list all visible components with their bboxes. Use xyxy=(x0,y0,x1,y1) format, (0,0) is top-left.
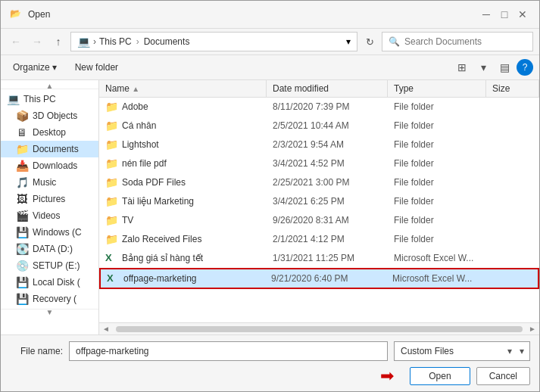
open-button[interactable]: Open xyxy=(410,367,470,385)
file-row[interactable]: 📁 Lightshot 2/3/2021 9:54 AM File folder xyxy=(99,135,539,154)
close-button[interactable]: ✕ xyxy=(515,7,530,22)
col-type-header[interactable]: Type xyxy=(388,80,486,97)
search-input[interactable] xyxy=(404,36,526,47)
sidebar-label-windows: Windows (C xyxy=(33,227,82,238)
setup-e-icon: 💿 xyxy=(16,260,28,272)
windows-drive-icon: 💾 xyxy=(16,226,28,238)
file-name: Tài liệu Marketing xyxy=(122,196,194,207)
sidebar-item-data-d[interactable]: 💽 DATA (D:) xyxy=(1,241,98,257)
maximize-button[interactable]: □ xyxy=(497,7,512,22)
filename-row: File name: Custom FilesAll FilesExcel Fi… xyxy=(10,341,530,361)
col-date-header[interactable]: Date modified xyxy=(267,80,388,97)
sidebar-item-downloads[interactable]: 📥 Downloads xyxy=(1,157,98,174)
filename-input[interactable] xyxy=(69,341,388,361)
file-cell-name: 📁 Tài liệu Marketing xyxy=(99,194,267,209)
file-cell-date: 9/26/2020 8:31 AM xyxy=(267,213,388,227)
back-button[interactable]: ← xyxy=(7,33,25,51)
file-cell-name: 📁 Adobe xyxy=(99,99,267,114)
downloads-icon: 📥 xyxy=(16,160,28,172)
forward-button[interactable]: → xyxy=(28,33,46,51)
breadcrumb-documents[interactable]: Documents xyxy=(144,36,190,47)
h-scroll-bar[interactable] xyxy=(116,326,523,332)
file-cell-type: File folder xyxy=(388,138,486,151)
file-cell-size xyxy=(486,257,539,260)
documents-icon: 📁 xyxy=(16,143,28,155)
file-row[interactable]: 📁 Zalo Received Files 2/1/2021 4:12 PM F… xyxy=(99,230,539,249)
action-row: ➡ Open Cancel xyxy=(10,367,530,385)
pane-button[interactable]: ▤ xyxy=(495,58,513,76)
open-dialog: 📂 Open ─ □ ✕ ← → ↑ 💻 › This PC › Documen… xyxy=(0,0,540,392)
sidebar-item-3d-objects[interactable]: 📦 3D Objects xyxy=(1,107,98,124)
breadcrumb-sep2: › xyxy=(136,36,139,47)
col-name-header[interactable]: Name ▲ xyxy=(99,80,267,97)
window-controls: ─ □ ✕ xyxy=(479,7,530,22)
file-cell-name: 📁 Lightshot xyxy=(99,137,267,152)
toolbar: ← → ↑ 💻 › This PC › Documents ▾ ↻ 🔍 xyxy=(1,29,539,55)
file-row[interactable]: 📁 TV 9/26/2020 8:31 AM File folder xyxy=(99,211,539,230)
file-name: Cá nhân xyxy=(122,120,156,131)
sidebar-item-this-pc[interactable]: 💻 This PC xyxy=(1,91,98,107)
minimize-button[interactable]: ─ xyxy=(479,7,494,22)
sidebar-item-videos[interactable]: 🎬 Videos xyxy=(1,207,98,224)
folder-icon: 📁 xyxy=(105,138,117,151)
organize-label: Organize xyxy=(13,62,50,73)
up-button[interactable]: ↑ xyxy=(49,33,67,51)
file-cell-type: File folder xyxy=(388,100,486,114)
sidebar-item-documents[interactable]: 📁 Documents xyxy=(1,141,98,157)
file-name: Zalo Received Files xyxy=(122,234,201,244)
file-cell-size xyxy=(486,219,539,222)
file-row[interactable]: 📁 Cá nhân 2/5/2021 10:44 AM File folder xyxy=(99,117,539,135)
view-toggle-button[interactable]: ⊞ xyxy=(453,58,471,76)
3d-objects-icon: 📦 xyxy=(16,110,28,122)
breadcrumb[interactable]: 💻 › This PC › Documents ▾ xyxy=(70,32,357,51)
file-row[interactable]: X Bảng giá sỉ hàng tết 1/31/2021 11:25 P… xyxy=(99,249,539,268)
file-cell-type: File folder xyxy=(388,213,486,227)
breadcrumb-dropdown-icon[interactable]: ▾ xyxy=(346,36,351,47)
videos-icon: 🎬 xyxy=(16,210,28,222)
file-name: offpage-marketing xyxy=(123,273,197,284)
file-row[interactable]: 📁 Soda PDF Files 2/25/2021 3:00 PM File … xyxy=(99,173,539,192)
folder-icon: 📁 xyxy=(105,157,117,170)
breadcrumb-icon: 💻 xyxy=(77,36,90,48)
sidebar-item-music[interactable]: 🎵 Music xyxy=(1,174,98,191)
file-cell-name: X offpage-marketing xyxy=(101,271,265,286)
file-cell-type: Microsoft Excel W... xyxy=(388,251,486,265)
sidebar-item-setup-e[interactable]: 💿 SETUP (E:) xyxy=(1,257,98,274)
dialog-icon: 📂 xyxy=(10,8,22,20)
file-list-scroll[interactable]: 📁 Adobe 8/11/2020 7:39 PM File folder 📁 … xyxy=(99,98,539,322)
file-cell-type: File folder xyxy=(388,176,486,189)
cancel-button[interactable]: Cancel xyxy=(476,367,530,385)
file-cell-date: 9/21/2020 6:40 PM xyxy=(265,272,386,285)
col-size-header[interactable]: Size xyxy=(486,80,539,97)
search-bar: 🔍 xyxy=(382,32,533,51)
file-name: Bảng giá sỉ hàng tết xyxy=(122,253,203,263)
filetype-select[interactable]: Custom FilesAll FilesExcel FilesText Fil… xyxy=(394,341,530,361)
local-disk-icon: 💾 xyxy=(16,276,28,288)
file-cell-size xyxy=(486,162,539,165)
file-row[interactable]: 📁 Tài liệu Marketing 3/4/2021 6:25 PM Fi… xyxy=(99,192,539,211)
refresh-button[interactable]: ↻ xyxy=(361,33,379,51)
main-content: ▲ 💻 This PC 📦 3D Objects 🖥 Desktop 📁 Doc… xyxy=(1,80,539,334)
sidebar-item-windows[interactable]: 💾 Windows (C xyxy=(1,224,98,241)
breadcrumb-this-pc[interactable]: This PC xyxy=(99,36,132,47)
search-icon: 🔍 xyxy=(389,36,400,47)
new-folder-button[interactable]: New folder xyxy=(69,60,124,75)
help-button[interactable]: ? xyxy=(517,59,533,76)
sidebar-item-recovery[interactable]: 💾 Recovery ( xyxy=(1,291,98,307)
sidebar-item-desktop[interactable]: 🖥 Desktop xyxy=(1,124,98,141)
excel-icon: X xyxy=(105,252,117,264)
excel-icon: X xyxy=(107,272,119,285)
file-rows: 📁 Adobe 8/11/2020 7:39 PM File folder 📁 … xyxy=(99,98,539,289)
horizontal-scrollbar[interactable]: ◄ ► xyxy=(99,322,539,334)
sidebar-item-pictures[interactable]: 🖼 Pictures xyxy=(1,191,98,207)
file-row[interactable]: 📁 nén file pdf 3/4/2021 4:52 PM File fol… xyxy=(99,154,539,173)
view-dropdown-button[interactable]: ▾ xyxy=(474,58,492,76)
organize-button[interactable]: Organize ▾ xyxy=(7,60,63,75)
action-bar: Organize ▾ New folder ⊞ ▾ ▤ ? xyxy=(1,55,539,80)
sidebar-item-local-disk[interactable]: 💾 Local Disk ( xyxy=(1,274,98,291)
file-cell-date: 8/11/2020 7:39 PM xyxy=(267,100,388,114)
file-row[interactable]: X offpage-marketing 9/21/2020 6:40 PM Mi… xyxy=(99,268,539,289)
file-row[interactable]: 📁 Adobe 8/11/2020 7:39 PM File folder xyxy=(99,98,539,117)
file-cell-name: 📁 TV xyxy=(99,213,267,228)
col-date-label: Date modified xyxy=(273,83,329,94)
